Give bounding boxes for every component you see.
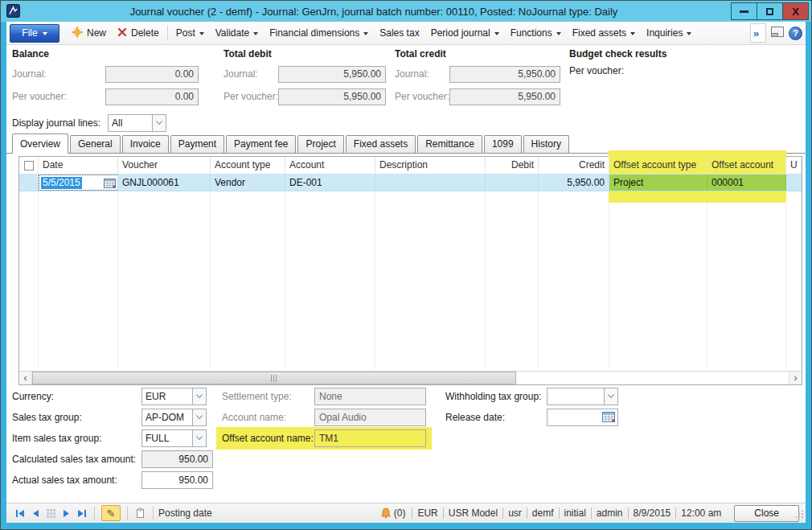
tab-payment-fee[interactable]: Payment fee <box>226 135 296 153</box>
tab-remittance[interactable]: Remittance <box>417 135 482 153</box>
offset-account-name-field[interactable]: TM1 <box>314 429 426 447</box>
col-header-truncated[interactable]: U <box>786 157 802 174</box>
tab-1099[interactable]: 1099 <box>484 135 522 153</box>
date-value[interactable]: 5/5/2015 <box>41 177 82 189</box>
first-record-button[interactable] <box>15 508 26 519</box>
pane-layout-icon[interactable] <box>771 27 784 40</box>
col-header-voucher[interactable]: Voucher <box>118 157 211 174</box>
help-button[interactable]: ? <box>789 27 802 40</box>
grid-empty-row[interactable] <box>19 244 802 262</box>
last-record-button[interactable] <box>76 508 87 519</box>
resize-grip[interactable] <box>796 510 804 521</box>
tab-payment[interactable]: Payment <box>170 135 224 153</box>
truncated-cell[interactable] <box>786 175 802 191</box>
tab-fixed-assets[interactable]: Fixed assets <box>346 135 416 153</box>
offset-account-type-cell[interactable]: Project <box>609 175 707 191</box>
calculated-sales-tax-field: 950.00 <box>141 450 213 468</box>
minimize-button[interactable] <box>731 2 757 20</box>
previous-record-button[interactable] <box>31 508 41 519</box>
grid-empty-row[interactable] <box>19 333 802 351</box>
alerts-count[interactable]: (0) <box>394 507 406 519</box>
paste-button[interactable] <box>135 507 146 519</box>
close-button[interactable]: Close <box>734 505 799 522</box>
menu-post[interactable]: Post <box>170 24 210 43</box>
sales-tax-group-combo[interactable]: AP-DOM <box>141 409 207 426</box>
next-record-button[interactable] <box>61 508 72 519</box>
edit-mode-button[interactable]: ✎ <box>101 505 121 521</box>
withholding-tax-group-combo[interactable] <box>547 388 618 405</box>
chevron-down-icon[interactable] <box>192 388 206 405</box>
voucher-cell[interactable]: GNJL000061 <box>118 175 211 191</box>
tab-general[interactable]: General <box>70 135 121 153</box>
grid-view-icon[interactable] <box>46 508 56 519</box>
col-header-description[interactable]: Description <box>375 157 486 174</box>
journal-line-row[interactable]: 5/5/2015 GNJL000061 Vendor DE-001 5,950.… <box>19 175 802 191</box>
account-cell[interactable]: DE-001 <box>285 175 375 191</box>
total-credit-heading: Total credit <box>395 48 446 60</box>
col-header-account[interactable]: Account <box>285 157 375 174</box>
alerts-bell-icon[interactable] <box>380 507 392 519</box>
chevron-down-icon[interactable] <box>152 115 166 131</box>
display-journal-lines-combo[interactable]: All <box>108 114 166 132</box>
grid-empty-row[interactable] <box>19 209 802 227</box>
col-header-offset-account[interactable]: Offset account <box>707 157 786 174</box>
close-window-button[interactable]: X <box>782 2 809 20</box>
menu-validate[interactable]: Validate <box>210 24 264 43</box>
scrollbar-thumb[interactable] <box>32 372 516 384</box>
display-journal-lines-value: All <box>109 115 152 131</box>
debit-cell[interactable] <box>486 175 539 191</box>
grid-empty-rows[interactable] <box>19 191 802 368</box>
delete-button[interactable]: Delete <box>112 24 165 43</box>
menu-sales-tax[interactable]: Sales tax <box>374 24 424 43</box>
thumb-grip-icon <box>271 375 277 382</box>
scroll-right-button[interactable]: › <box>789 372 802 384</box>
statusbar-separator <box>153 507 154 520</box>
menu-fixed-assets[interactable]: Fixed assets <box>567 24 641 43</box>
summary-section: Balance Total debit Total credit Budget … <box>6 45 806 113</box>
item-sales-tax-group-combo[interactable]: FULL <box>141 429 207 447</box>
grid-empty-row[interactable] <box>19 351 802 368</box>
grid-empty-row[interactable] <box>19 315 802 333</box>
grid-empty-row[interactable] <box>19 227 802 244</box>
tab-project[interactable]: Project <box>297 135 343 153</box>
col-header-credit[interactable]: Credit <box>539 157 609 174</box>
chevron-down-icon[interactable] <box>604 388 617 405</box>
col-header-account-type[interactable]: Account type <box>211 157 285 174</box>
credit-voucher-field: 5,950.00 <box>449 88 560 105</box>
tab-history[interactable]: History <box>523 135 569 153</box>
actual-sales-tax-field[interactable]: 950.00 <box>141 471 213 489</box>
credit-cell[interactable]: 5,950.00 <box>539 175 609 191</box>
chevron-down-icon[interactable] <box>192 409 206 425</box>
menu-functions[interactable]: Functions <box>505 24 567 43</box>
grid-empty-row[interactable] <box>19 298 802 315</box>
menu-inquiries[interactable]: Inquiries <box>641 24 697 43</box>
grid-empty-row[interactable] <box>19 280 802 298</box>
row-selector-cell[interactable] <box>19 175 39 191</box>
tab-invoice[interactable]: Invoice <box>122 135 169 153</box>
offset-account-cell[interactable]: 000001 <box>707 175 786 191</box>
account-type-cell[interactable]: Vendor <box>211 175 285 191</box>
release-date-field[interactable] <box>547 409 618 426</box>
maximize-button[interactable] <box>757 2 783 20</box>
file-menu-button[interactable]: File <box>10 24 59 43</box>
scrollbar-track[interactable] <box>32 372 789 384</box>
menu-period-journal[interactable]: Period journal <box>425 24 505 43</box>
select-all-checkbox[interactable] <box>19 157 39 174</box>
scroll-left-button[interactable]: ‹ <box>19 372 32 384</box>
calendar-button[interactable] <box>104 178 116 188</box>
date-cell[interactable]: 5/5/2015 <box>39 175 118 191</box>
menu-validate-label: Validate <box>215 27 249 39</box>
new-button[interactable]: New <box>66 24 112 43</box>
description-cell[interactable] <box>375 175 486 191</box>
col-header-offset-account-type[interactable]: Offset account type <box>609 157 707 174</box>
grid-empty-row[interactable] <box>19 262 802 280</box>
tab-overview[interactable]: Overview <box>12 134 68 154</box>
currency-combo[interactable]: EUR <box>141 388 207 405</box>
col-header-debit[interactable]: Debit <box>486 157 539 174</box>
horizontal-scrollbar[interactable]: ‹ › <box>19 371 802 384</box>
col-header-date[interactable]: Date <box>39 157 118 174</box>
calendar-button[interactable] <box>602 411 615 425</box>
toolbar-overflow-button[interactable]: » <box>750 23 766 43</box>
chevron-down-icon[interactable] <box>192 430 206 446</box>
menu-financial-dimensions[interactable]: Financial dimensions <box>264 24 374 43</box>
